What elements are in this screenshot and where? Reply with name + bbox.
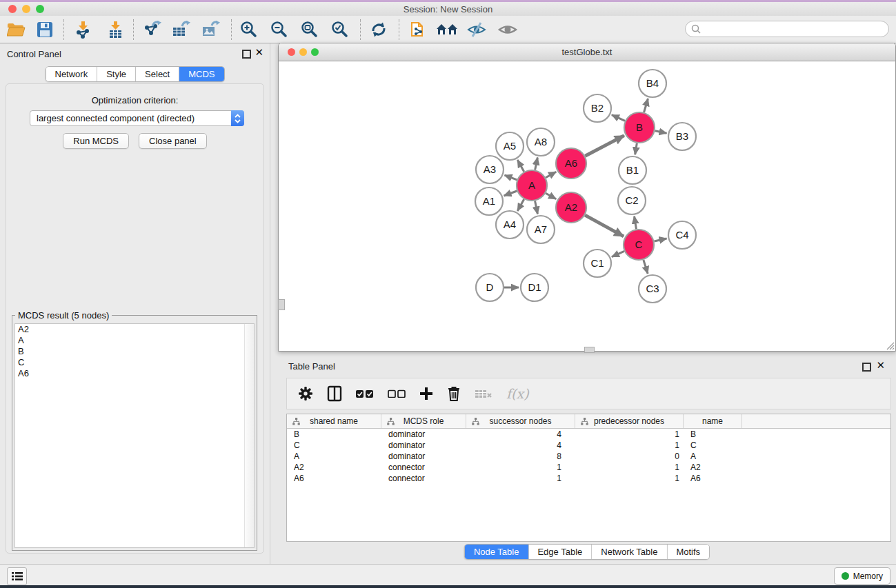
column-header-shared-name[interactable]: shared name bbox=[287, 414, 381, 428]
graph-node-label-A1: A1 bbox=[483, 195, 495, 207]
tab-style[interactable]: Style bbox=[97, 67, 136, 81]
refresh-icon[interactable] bbox=[367, 19, 390, 41]
table-row[interactable]: C dominator 4 1 C bbox=[287, 440, 890, 451]
resize-grip-icon[interactable] bbox=[885, 341, 895, 350]
tab-motifs[interactable]: Motifs bbox=[667, 545, 709, 559]
network-document-icon[interactable] bbox=[407, 19, 430, 41]
splitter-grip[interactable] bbox=[584, 347, 595, 353]
graph-edge-B-B2[interactable] bbox=[612, 115, 625, 121]
tab-edge-table[interactable]: Edge Table bbox=[528, 545, 592, 559]
search-field[interactable] bbox=[685, 21, 889, 37]
show-eye-icon[interactable] bbox=[496, 19, 519, 41]
search-icon bbox=[691, 24, 701, 34]
network-canvas[interactable]: B4B2BB3A5A8A6A3B1AA1C2A2A4A7C4CC1C3DD1 bbox=[279, 61, 895, 351]
mcds-result-title: MCDS result (5 nodes) bbox=[15, 310, 112, 321]
graph-edge-A2-C[interactable] bbox=[585, 215, 624, 236]
graph-edge-A-A1[interactable] bbox=[504, 191, 517, 196]
table-row[interactable]: B dominator 4 1 B bbox=[287, 429, 890, 440]
export-network-icon[interactable] bbox=[140, 19, 163, 41]
graph-node-label-D: D bbox=[486, 281, 494, 293]
tab-network[interactable]: Network bbox=[46, 67, 97, 81]
graph-edge-A-A2[interactable] bbox=[546, 193, 556, 199]
graph-edge-A-A4[interactable] bbox=[517, 199, 524, 211]
result-scrollbar[interactable] bbox=[244, 324, 254, 547]
close-panel-icon[interactable]: ✕ bbox=[876, 360, 885, 371]
criterion-value: largest connected component (directed) bbox=[30, 113, 231, 123]
close-panel-button[interactable]: Close panel bbox=[139, 133, 207, 149]
graph-edge-C-C1[interactable] bbox=[612, 251, 624, 256]
import-network-icon[interactable] bbox=[71, 19, 94, 41]
unselect-all-columns-icon[interactable] bbox=[388, 389, 406, 398]
graph-node-label-A: A bbox=[528, 179, 535, 191]
open-folder-icon[interactable] bbox=[4, 19, 28, 41]
column-type-icon bbox=[472, 418, 479, 425]
toolbar-separator bbox=[133, 19, 134, 40]
table-settings-gear-icon[interactable] bbox=[298, 386, 313, 401]
zoom-in-icon[interactable] bbox=[237, 19, 261, 41]
float-panel-icon[interactable] bbox=[862, 363, 871, 372]
select-all-columns-icon[interactable] bbox=[356, 389, 374, 398]
result-item[interactable]: B bbox=[15, 346, 254, 357]
zoom-fit-icon[interactable] bbox=[298, 19, 321, 41]
tab-network-table[interactable]: Network Table bbox=[592, 545, 667, 559]
splitter-grip[interactable] bbox=[278, 299, 285, 310]
graph-edge-B-B4[interactable] bbox=[644, 99, 648, 112]
graph-edge-A-A3[interactable] bbox=[505, 175, 517, 180]
graph-node-label-B2: B2 bbox=[591, 102, 604, 114]
graph-edge-A6-B[interactable] bbox=[585, 136, 624, 156]
close-panel-icon[interactable]: ✕ bbox=[255, 47, 263, 58]
result-item[interactable]: C bbox=[15, 357, 254, 368]
graph-edge-A-A8[interactable] bbox=[535, 158, 538, 170]
network-graph[interactable]: B4B2BB3A5A8A6A3B1AA1C2A2A4A7C4CC1C3DD1 bbox=[279, 61, 895, 351]
graph-edge-A-A6[interactable] bbox=[546, 172, 556, 178]
save-icon[interactable] bbox=[33, 19, 57, 41]
search-input[interactable] bbox=[704, 23, 888, 35]
graph-edge-A-A5[interactable] bbox=[517, 160, 524, 172]
tab-mcds[interactable]: MCDS bbox=[179, 67, 223, 81]
table-row[interactable]: A2 connector 1 1 A2 bbox=[287, 462, 890, 473]
table-row[interactable]: A dominator 8 0 A bbox=[287, 451, 890, 462]
houses-icon[interactable] bbox=[435, 19, 459, 41]
tab-node-table[interactable]: Node Table bbox=[465, 545, 529, 559]
import-table-icon[interactable] bbox=[103, 19, 127, 41]
export-table-icon[interactable] bbox=[169, 19, 192, 41]
function-builder-button[interactable]: f(x) bbox=[506, 386, 529, 401]
result-item[interactable]: A6 bbox=[15, 368, 254, 379]
table-row[interactable]: A6 connector 1 1 A6 bbox=[287, 473, 890, 484]
graph-edge-C-C4[interactable] bbox=[654, 239, 666, 241]
column-header-mcds-role[interactable]: MCDS role bbox=[381, 414, 466, 428]
delete-columns-icon[interactable] bbox=[447, 385, 461, 402]
table-toolbar: f(x) bbox=[286, 378, 891, 409]
add-column-icon[interactable] bbox=[419, 387, 433, 401]
graph-edge-A-A7[interactable] bbox=[535, 201, 538, 214]
graph-node-label-C3: C3 bbox=[646, 283, 659, 294]
graph-edge-B-B3[interactable] bbox=[655, 131, 667, 134]
zoom-out-icon[interactable] bbox=[268, 19, 291, 41]
zoom-selected-icon[interactable] bbox=[328, 19, 352, 41]
hide-eye-icon[interactable] bbox=[465, 19, 488, 41]
mcds-result-list[interactable]: A2 A B C A6 bbox=[14, 323, 255, 548]
task-history-button[interactable] bbox=[7, 567, 27, 585]
column-type-icon bbox=[387, 418, 395, 425]
column-header-successor-nodes[interactable]: successor nodes bbox=[466, 414, 575, 428]
delete-table-icon[interactable] bbox=[475, 388, 492, 399]
result-item[interactable]: A2 bbox=[15, 324, 254, 335]
tab-select[interactable]: Select bbox=[136, 67, 179, 81]
graph-edge-C-C2[interactable] bbox=[635, 216, 637, 230]
float-panel-icon[interactable] bbox=[242, 50, 251, 59]
export-image-icon[interactable] bbox=[199, 19, 222, 41]
column-type-icon bbox=[292, 418, 300, 425]
graph-node-label-B: B bbox=[636, 121, 643, 133]
memory-button[interactable]: Memory bbox=[834, 567, 890, 585]
column-header-predecessor-nodes[interactable]: predecessor nodes bbox=[575, 414, 684, 428]
column-header-name[interactable]: name bbox=[684, 414, 742, 428]
run-mcds-button[interactable]: Run MCDS bbox=[63, 133, 129, 149]
criterion-dropdown[interactable]: largest connected component (directed) bbox=[30, 110, 244, 126]
result-item[interactable]: A bbox=[15, 335, 254, 346]
toolbar-separator bbox=[399, 19, 399, 40]
graph-edge-B-B1[interactable] bbox=[635, 143, 637, 155]
show-columns-icon[interactable] bbox=[327, 385, 342, 402]
network-window-titlebar[interactable]: testGlobe.txt bbox=[279, 43, 895, 61]
graph-edge-C-C3[interactable] bbox=[644, 260, 648, 274]
table-tabs: Node Table Edge Table Network Table Moti… bbox=[464, 544, 710, 560]
